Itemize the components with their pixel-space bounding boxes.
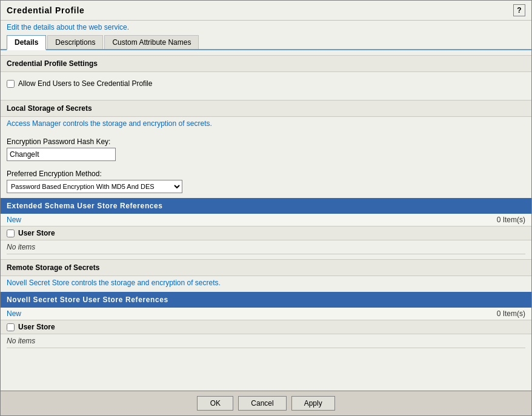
window-title: Credential Profile xyxy=(7,5,85,15)
novell-secret-store-column-header: User Store xyxy=(18,323,55,331)
tab-custom-attribute-names[interactable]: Custom Attribute Names xyxy=(104,35,199,49)
help-button[interactable]: ? xyxy=(513,4,525,16)
ok-button[interactable]: OK xyxy=(197,396,233,411)
content-container: Credential Profile Settings Allow End Us… xyxy=(1,50,531,391)
encryption-password-input[interactable] xyxy=(7,148,116,161)
tab-descriptions[interactable]: Descriptions xyxy=(47,35,103,49)
credential-profile-settings-content: Allow End Users to See Credential Profil… xyxy=(1,72,531,95)
remote-storage-info: Novell Secret Store controls the storage… xyxy=(1,276,531,292)
extended-schema-divider xyxy=(7,254,525,254)
allow-end-users-checkbox[interactable] xyxy=(7,80,15,88)
extended-schema-new-link[interactable]: New xyxy=(7,216,21,224)
preferred-encryption-select[interactable]: Password Based Encryption With MD5 And D… xyxy=(7,180,182,193)
novell-secret-store-select-all-checkbox[interactable] xyxy=(7,323,15,331)
local-storage-info: Access Manager controls the storage and … xyxy=(1,117,531,133)
preferred-encryption-label: Preferred Encryption Method: xyxy=(7,170,525,178)
scroll-area[interactable]: Credential Profile Settings Allow End Us… xyxy=(1,50,531,391)
extended-schema-header: Extended Schema User Store References xyxy=(1,198,531,214)
extended-schema-table: New 0 Item(s) User Store No items xyxy=(1,214,531,254)
local-storage-header: Local Storage of Secrets xyxy=(1,100,531,117)
novell-secret-store-item-count: 0 Item(s) xyxy=(497,309,525,318)
novell-secret-store-new-link[interactable]: New xyxy=(7,309,21,318)
credential-profile-settings-header: Credential Profile Settings xyxy=(1,55,531,72)
main-window: Credential Profile ? Edit the details ab… xyxy=(0,0,532,416)
novell-secret-store-header: Novell Secret Store User Store Reference… xyxy=(1,292,531,308)
local-storage-content: Encryption Password Hash Key: Preferred … xyxy=(1,133,531,198)
allow-end-users-label: Allow End Users to See Credential Profil… xyxy=(18,79,152,88)
extended-schema-table-header: User Store xyxy=(1,226,531,240)
extended-schema-column-header: User Store xyxy=(18,229,55,237)
novell-secret-store-no-items: No items xyxy=(1,334,531,348)
subtitle: Edit the details about the web service. xyxy=(1,21,531,35)
tabs-bar: Details Descriptions Custom Attribute Na… xyxy=(1,35,531,50)
tab-details[interactable]: Details xyxy=(7,35,46,50)
allow-end-users-row: Allow End Users to See Credential Profil… xyxy=(7,77,525,90)
extended-schema-item-count: 0 Item(s) xyxy=(497,216,525,224)
extended-schema-select-all-checkbox[interactable] xyxy=(7,229,15,237)
novell-secret-store-table-header: User Store xyxy=(1,320,531,334)
novell-secret-store-controls: New 0 Item(s) xyxy=(1,308,531,320)
cancel-button[interactable]: Cancel xyxy=(238,396,286,411)
apply-button[interactable]: Apply xyxy=(291,396,335,411)
extended-schema-controls: New 0 Item(s) xyxy=(1,214,531,226)
bottom-bar: OK Cancel Apply xyxy=(1,391,531,415)
encryption-password-label: Encryption Password Hash Key: xyxy=(7,137,525,146)
title-bar: Credential Profile ? xyxy=(1,1,531,21)
novell-secret-store-table: New 0 Item(s) User Store No items xyxy=(1,308,531,348)
extended-schema-no-items: No items xyxy=(1,240,531,254)
bottom-padding xyxy=(1,348,531,360)
remote-storage-header: Remote Storage of Secrets xyxy=(1,259,531,276)
